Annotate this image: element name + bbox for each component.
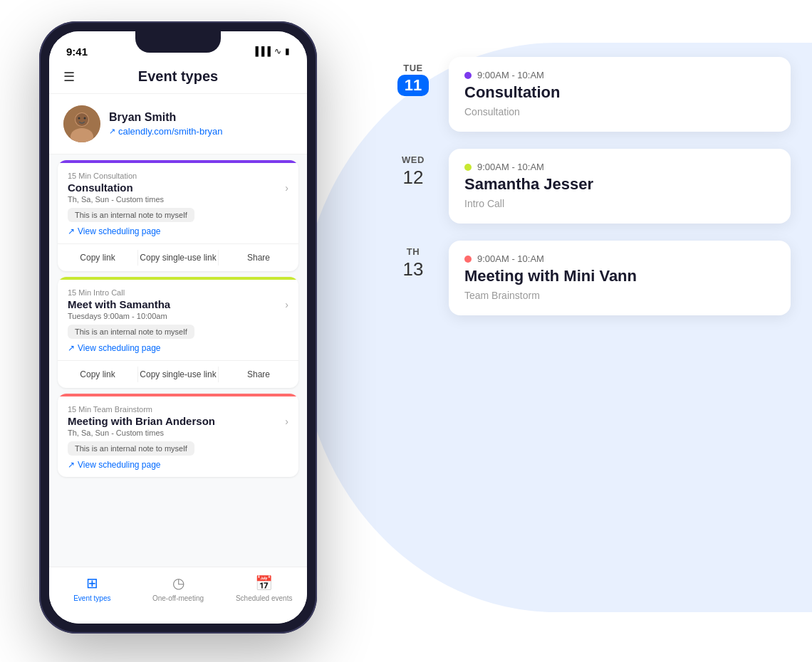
tab-bar: ⊞ Event types ◷ One-off-meeting 📅 Schedu… [49,567,307,624]
status-icons: ▐▐▐ ∿ ▮ [252,46,290,56]
tab-label-one-off-meeting: One-off-meeting [152,594,204,602]
calendar-row-th: TH 13 9:00AM - 10:AM Meeting with Mini V… [392,241,791,315]
event-block-th: 9:00AM - 10:AM Meeting with Mini Vann Te… [449,241,791,315]
event-card-brian: 15 Min Team Brainstorm Meeting with Bria… [58,394,298,477]
event-schedule-3: Th, Sa, Sun - Custom times [68,429,288,437]
event-time-wed: 9:00AM - 10:AM [464,162,775,172]
tab-label-scheduled-events: Scheduled events [236,594,293,602]
day-name-th: TH [407,246,420,257]
event-list: 15 Min Consultation Consultation › Th, S… [49,154,307,569]
day-number-tue: 11 [397,75,429,96]
card-actions-1: Copy link Copy single-use link Share [58,243,298,271]
event-dot-th [464,256,472,263]
profile-section: Bryan Smith ↗ calendly.com/smith-bryan [49,94,307,154]
event-type-label-2: 15 Min Intro Call [68,288,288,297]
svg-point-3 [76,113,88,126]
event-subtitle-th: Team Brainstorm [464,290,775,301]
svg-point-4 [78,117,80,120]
svg-point-5 [84,117,86,120]
day-column-wed: WED 12 [392,149,434,189]
calendar-row-tue: TUE 11 9:00AM - 10:AM Consultation Consu… [392,57,791,132]
signal-icon: ▐▐▐ [252,46,271,56]
one-off-meeting-icon: ◷ [172,574,184,592]
event-note-1: This is an internal note to myself [68,208,194,222]
copy-link-btn-1[interactable]: Copy link [58,250,138,266]
share-btn-1[interactable]: Share [219,250,298,266]
event-card-consultation: 15 Min Consultation Consultation › Th, S… [58,160,298,271]
event-subtitle-wed: Intro Call [464,198,775,209]
menu-icon[interactable]: ☰ [63,69,75,85]
chevron-icon-3: › [285,416,288,427]
phone-mockup: 9:41 ▐▐▐ ∿ ▮ ☰ Event types [39,21,317,634]
event-title-th: Meeting with Mini Vann [464,267,775,285]
view-scheduling-link-3[interactable]: ↗ View scheduling page [68,460,288,477]
event-name-3: Meeting with Brian Anderson [68,415,215,427]
chevron-icon-1: › [285,182,288,194]
event-schedule-1: Th, Sa, Sun - Custom times [68,195,288,204]
event-title-wed: Samantha Jesser [464,175,775,194]
event-name-2: Meet with Samantha [68,298,170,310]
link-arrow-icon: ↗ [109,127,115,136]
event-dot-wed [464,164,472,171]
app-header: ☰ Event types [49,63,307,94]
calendar-row-wed: WED 12 9:00AM - 10:AM Samantha Jesser In… [392,149,791,224]
calendar-panel: TUE 11 9:00AM - 10:AM Consultation Consu… [392,57,791,332]
copy-single-use-btn-2[interactable]: Copy single-use link [138,367,219,382]
event-time-tue: 9:00AM - 10:AM [464,70,775,80]
event-note-3: This is an internal note to myself [68,441,194,456]
event-name-1: Consultation [68,182,133,194]
tab-label-event-types: Event types [73,594,110,602]
day-name-tue: TUE [403,63,423,73]
scheduled-events-icon: 📅 [255,574,273,592]
phone-notch [135,31,221,53]
event-title-tue: Consultation [464,83,775,102]
day-number-wed: 12 [403,167,424,189]
event-time-th: 9:00AM - 10:AM [464,253,775,264]
status-time: 9:41 [66,46,88,58]
app-title: Event types [138,68,218,85]
profile-link[interactable]: ↗ calendly.com/smith-bryan [109,126,222,137]
card-actions-2: Copy link Copy single-use link Share [58,360,298,388]
chevron-icon-2: › [285,299,288,310]
external-link-icon-2: ↗ [68,343,75,353]
profile-name: Bryan Smith [109,111,222,124]
view-scheduling-link-1[interactable]: ↗ View scheduling page [68,226,288,243]
event-card-samantha: 15 Min Intro Call Meet with Samantha › T… [58,277,298,388]
event-types-icon: ⊞ [86,574,98,592]
event-block-wed: 9:00AM - 10:AM Samantha Jesser Intro Cal… [449,149,791,224]
external-link-icon-1: ↗ [68,226,75,236]
tab-one-off-meeting[interactable]: ◷ One-off-meeting [135,574,222,602]
battery-icon: ▮ [285,46,290,56]
day-number-th: 13 [403,258,424,280]
tab-scheduled-events[interactable]: 📅 Scheduled events [221,574,307,602]
avatar [63,105,100,142]
event-subtitle-tue: Consultation [464,106,775,117]
event-note-2: This is an internal note to myself [68,325,194,339]
share-btn-2[interactable]: Share [219,367,298,382]
event-type-label-1: 15 Min Consultation [68,172,288,180]
event-dot-tue [464,72,472,79]
day-name-wed: WED [402,154,425,165]
external-link-icon-3: ↗ [68,460,75,470]
tab-event-types[interactable]: ⊞ Event types [49,574,135,602]
profile-info: Bryan Smith ↗ calendly.com/smith-bryan [109,111,222,137]
event-schedule-2: Tuesdays 9:00am - 10:00am [68,312,288,320]
day-column-th: TH 13 [392,241,434,280]
view-scheduling-link-2[interactable]: ↗ View scheduling page [68,343,288,360]
event-type-label-3: 15 Min Team Brainstorm [68,405,288,414]
wifi-icon: ∿ [274,46,281,56]
day-column-tue: TUE 11 [392,57,434,96]
copy-single-use-btn-1[interactable]: Copy single-use link [138,250,219,266]
copy-link-btn-2[interactable]: Copy link [58,367,138,382]
event-block-tue: 9:00AM - 10:AM Consultation Consultation [449,57,791,132]
